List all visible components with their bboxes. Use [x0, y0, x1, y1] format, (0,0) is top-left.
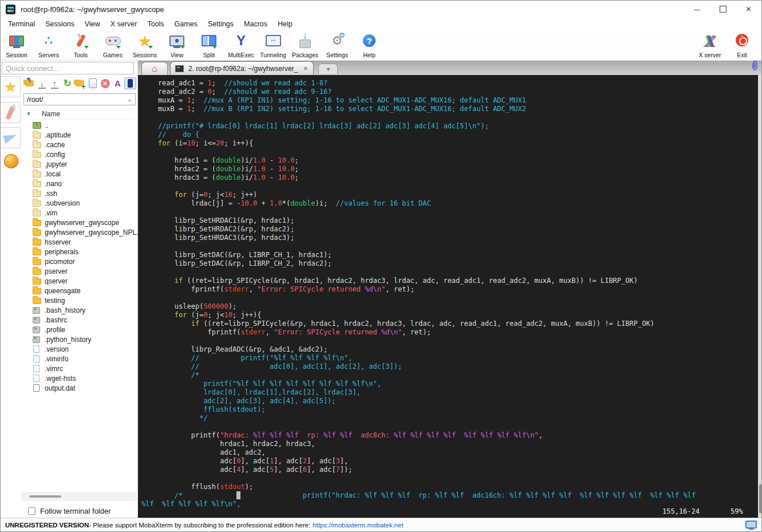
menu-terminal[interactable]: Terminal — [3, 19, 40, 29]
close-button[interactable] — [736, 1, 761, 18]
file-row[interactable]: pserver — [21, 266, 136, 276]
toolbar-packages-button[interactable]: Packages — [289, 30, 321, 60]
new-file-icon[interactable] — [86, 77, 98, 89]
terminal-text-segment: stderr — [240, 328, 265, 336]
terminal-line: librp_SetHRDAC1(&rp, hrdac1); — [141, 216, 758, 225]
toolbar-xserver-button[interactable]: X server — [694, 30, 726, 60]
terminal-scrollbar-thumb[interactable] — [759, 484, 762, 513]
menu-tools[interactable]: Tools — [142, 19, 169, 29]
file-row[interactable]: .nano — [21, 179, 136, 188]
hfolder-icon — [33, 160, 41, 168]
minimize-button[interactable] — [684, 1, 710, 18]
file-row[interactable]: .wget-hsts — [21, 373, 136, 383]
file-row[interactable]: .vim — [21, 208, 136, 218]
path-dropdown[interactable]: /root/ ⌄ — [23, 93, 136, 105]
file-row[interactable]: .config — [21, 149, 136, 159]
toolbar-exit-button[interactable]: Exit — [726, 30, 758, 60]
file-row[interactable]: .bash_history — [21, 305, 136, 315]
toolbar-games-button[interactable]: Games — [97, 30, 129, 60]
file-row[interactable]: .vimrc — [21, 364, 136, 373]
rename-icon[interactable] — [112, 77, 124, 89]
horizontal-scrollbar[interactable] — [21, 492, 138, 501]
upload-icon[interactable] — [49, 77, 61, 89]
tab-close-icon[interactable]: × — [302, 65, 309, 73]
file-row[interactable]: .jupyter — [21, 159, 136, 169]
file-row[interactable]: peripherals — [21, 247, 136, 257]
script-icon — [33, 306, 41, 314]
file-row[interactable]: qserver — [21, 276, 136, 286]
file-row[interactable]: .. — [21, 120, 136, 130]
terminal-text-segment: , — [539, 431, 543, 439]
file-name: .viminfo — [45, 355, 68, 363]
delete-icon[interactable] — [99, 77, 111, 89]
file-row[interactable]: .profile — [21, 325, 136, 334]
menu-sessions[interactable]: Sessions — [40, 19, 80, 29]
sidebar-tab-sessions[interactable]: ★ — [1, 76, 21, 97]
file-row[interactable]: .version — [21, 344, 136, 354]
menu-view[interactable]: View — [80, 19, 105, 29]
terminal-text-segment: lrdac[j] = - — [141, 199, 240, 207]
file-row[interactable]: .cache — [21, 140, 136, 149]
horizontal-scrollbar-thumb[interactable] — [29, 495, 61, 498]
file-row[interactable]: output.dat — [21, 383, 136, 393]
toolbar-sessions-button[interactable]: Sessions — [129, 30, 161, 60]
file-name: output.dat — [45, 384, 75, 392]
file-row[interactable]: queensgate — [21, 286, 136, 295]
menu-bar: TerminalSessionsViewX serverToolsGamesSe… — [1, 18, 761, 30]
file-row[interactable]: .aptitude — [21, 130, 136, 140]
follow-terminal-folder-checkbox[interactable] — [28, 507, 35, 515]
sidebar-tab-macros[interactable] — [1, 127, 21, 148]
toolbar-help-button[interactable]: Help — [353, 30, 385, 60]
file-row[interactable]: .viminfo — [21, 354, 136, 364]
terminal-scrollbar[interactable] — [758, 75, 762, 519]
menu-games[interactable]: Games — [169, 19, 203, 29]
file-row[interactable]: .bashrc — [21, 315, 136, 325]
file-row[interactable]: hsserver — [21, 237, 136, 247]
mobatek-link[interactable]: https://mobaxterm.mobatek.net — [313, 522, 404, 529]
file-row[interactable]: gwyhwserver_gwyscope_NPL... — [21, 227, 136, 237]
file-row[interactable]: .python_history — [21, 334, 136, 344]
sidebar-tab-tools[interactable] — [1, 102, 21, 123]
toolbar-split-button[interactable]: Split — [193, 30, 225, 60]
menu-settings[interactable]: Settings — [203, 19, 239, 29]
new-folder-icon[interactable] — [74, 77, 86, 89]
toolbar-settings-button[interactable]: Settings — [321, 30, 353, 60]
go-up-icon[interactable] — [23, 77, 35, 89]
toolbar-view-button[interactable]: View — [161, 30, 193, 60]
file-row[interactable]: .subversion — [21, 198, 136, 208]
terminal-text-segment: read_adc2 = — [141, 88, 208, 96]
vim-ruler: 155,16-24 — [662, 507, 700, 516]
title-bar[interactable]: root@rp-f0962a: ~/gwyhwserver_gwyscope — [1, 1, 761, 18]
track-icon[interactable] — [124, 77, 136, 89]
sidebar-tab-sftp-globe[interactable] — [4, 154, 18, 168]
tab-terminal-active[interactable]: 2. root@rp-f0962a: ~/gwyhwserver_ × — [170, 61, 314, 75]
terminal-text-segment: for — [175, 311, 187, 319]
toolbar-tunneling-button[interactable]: Tunneling — [257, 30, 289, 60]
file-row[interactable]: .local — [21, 169, 136, 179]
terminal-text-segment: 10 — [224, 311, 232, 319]
download-icon[interactable] — [36, 77, 48, 89]
menu-help[interactable]: Help — [273, 19, 298, 29]
terminal-line — [141, 182, 758, 191]
file-row[interactable]: testing — [21, 295, 136, 305]
tab-home[interactable] — [141, 62, 168, 75]
new-tab-button[interactable]: + — [318, 64, 338, 74]
terminal-line: //printf("# lrdac[0] lrdac[1] lrdac[2] l… — [141, 122, 758, 131]
refresh-icon[interactable] — [61, 77, 73, 89]
terminal[interactable]: read_adc1 = 1; //should we read adc 1-8?… — [138, 75, 758, 519]
menu-x-server[interactable]: X server — [105, 19, 143, 29]
tree-header[interactable]: ▼ Name — [21, 108, 133, 120]
file-row[interactable]: .ssh — [21, 188, 136, 198]
toolbar-servers-button[interactable]: Servers — [33, 30, 65, 60]
terminal-text-segment: for — [158, 139, 171, 147]
paperclip-icon[interactable] — [751, 60, 759, 73]
quick-connect-input[interactable] — [2, 62, 134, 74]
menu-macros[interactable]: Macros — [239, 19, 273, 29]
toolbar-multiexec-button[interactable]: MultiExec — [225, 30, 257, 60]
toolbar-tools-button[interactable]: Tools — [65, 30, 97, 60]
file-row[interactable]: picomotor — [21, 257, 136, 266]
maximize-button[interactable] — [710, 1, 736, 18]
file-row[interactable]: gwyhwserver_gwyscope — [21, 218, 136, 227]
toolbar-session-button[interactable]: Session — [1, 30, 33, 60]
terminal-line — [141, 294, 758, 302]
